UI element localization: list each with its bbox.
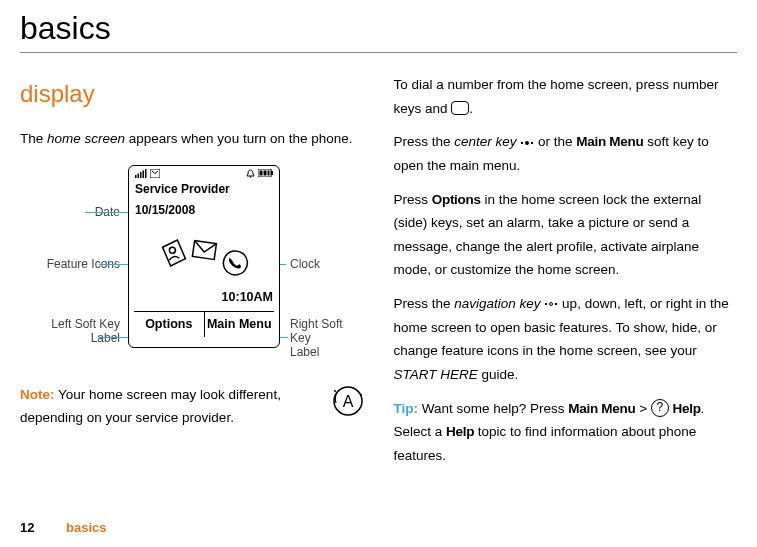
p1-pre: To dial a number from the home screen, p… xyxy=(394,77,719,116)
left-softkey-label: Options xyxy=(134,312,205,338)
data-icon xyxy=(150,169,160,178)
p5-bold1: Main Menu xyxy=(568,401,635,416)
callout-line xyxy=(85,212,132,214)
intro-post: appears when you turn on the phone. xyxy=(125,131,352,146)
svg-point-6 xyxy=(250,176,252,178)
callout-clock: Clock xyxy=(290,257,320,271)
intro-em: home screen xyxy=(47,131,125,146)
right-softkey-label: Main Menu xyxy=(205,312,275,338)
svg-rect-10 xyxy=(264,171,267,176)
page-number: 12 xyxy=(20,520,34,535)
callout-right-softkey-1: Right Soft Key xyxy=(290,317,343,345)
intro-paragraph: The home screen appears when you turn on… xyxy=(20,127,364,151)
feature-icon-calls xyxy=(220,247,252,279)
svg-text:A: A xyxy=(342,393,353,410)
feature-icon-messages xyxy=(189,234,221,266)
phone-diagram: Date Feature Icons Left Soft Key Label C… xyxy=(20,165,364,365)
send-key-icon xyxy=(451,101,469,115)
callout-left-softkey-1: Left Soft Key xyxy=(51,317,120,331)
phone-screen: Service Provider 10/15/2008 10:10AM Opti… xyxy=(128,165,280,348)
p2-em: center key xyxy=(454,134,516,149)
svg-rect-3 xyxy=(143,170,145,178)
p5: Tip: Want some help? Press Main Menu > ?… xyxy=(394,397,738,468)
p4-em: navigation key xyxy=(454,296,540,311)
p4: Press the navigation key up, down, left,… xyxy=(394,292,738,387)
intro-pre: The xyxy=(20,131,47,146)
right-column: To dial a number from the home screen, p… xyxy=(394,73,738,477)
p4-em2: START HERE xyxy=(394,367,478,382)
phone-provider: Service Provider xyxy=(129,178,279,200)
svg-rect-2 xyxy=(140,172,142,178)
bell-icon xyxy=(246,169,255,178)
p1: To dial a number from the home screen, p… xyxy=(394,73,738,120)
center-key-icon xyxy=(520,138,534,148)
phone-clock: 10:10AM xyxy=(129,279,279,311)
p5-pre: Want some help? Press xyxy=(418,401,568,416)
tip-label: Tip: xyxy=(394,401,419,416)
p3-bold: Options xyxy=(432,192,481,207)
help-icon: ? xyxy=(651,399,669,417)
footer-section: basics xyxy=(66,520,106,535)
phone-softkeys: Options Main Menu xyxy=(134,311,274,338)
phone-date: 10/15/2008 xyxy=(129,200,279,221)
svg-point-18 xyxy=(360,394,362,396)
p1-post: . xyxy=(469,101,473,116)
svg-point-14 xyxy=(222,249,249,276)
divider xyxy=(20,52,737,53)
page-footer: 12 basics xyxy=(20,520,107,535)
p5-gt: > xyxy=(635,401,650,416)
status-right xyxy=(246,169,273,178)
note-paragraph: A Note: Your home screen may look differ… xyxy=(20,383,364,430)
svg-rect-1 xyxy=(138,173,140,178)
left-column: display The home screen appears when you… xyxy=(20,73,364,477)
callout-left-softkey: Left Soft Key Label xyxy=(20,317,120,346)
note-text: Your home screen may look different, dep… xyxy=(20,387,281,426)
svg-rect-9 xyxy=(260,171,263,176)
p3: Press Options in the home screen lock th… xyxy=(394,188,738,283)
status-left xyxy=(135,169,160,178)
nav-key-icon xyxy=(544,299,558,309)
svg-rect-4 xyxy=(145,169,147,178)
phone-status-bar xyxy=(129,166,279,178)
p2-bold: Main Menu xyxy=(576,134,643,149)
section-title: display xyxy=(20,73,364,115)
svg-point-17 xyxy=(334,390,336,392)
p5-bold2: Help xyxy=(673,401,701,416)
p5-bold3: Help xyxy=(446,424,474,439)
signal-icon xyxy=(135,169,147,178)
callout-right-softkey-2: Label xyxy=(290,345,319,359)
p2-mid: or the xyxy=(534,134,576,149)
page-title: basics xyxy=(20,0,737,52)
content-columns: display The home screen appears when you… xyxy=(20,73,737,477)
callout-right-softkey: Right Soft Key Label xyxy=(290,317,364,360)
p2-pre: Press the xyxy=(394,134,455,149)
note-label: Note: xyxy=(20,387,55,402)
svg-rect-8 xyxy=(271,171,273,175)
airplane-mode-icon: A xyxy=(332,385,364,425)
svg-rect-11 xyxy=(268,171,270,176)
p2: Press the center key or the Main Menu so… xyxy=(394,130,738,177)
svg-rect-0 xyxy=(135,175,137,178)
p4-post: guide. xyxy=(478,367,519,382)
p3-pre: Press xyxy=(394,192,432,207)
feature-icon-contacts xyxy=(157,236,190,269)
p4-pre: Press the xyxy=(394,296,455,311)
phone-feature-icons xyxy=(129,221,279,279)
battery-icon xyxy=(258,169,273,177)
